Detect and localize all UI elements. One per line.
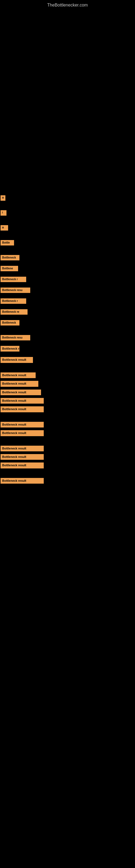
list-item: Bottleneck [0,320,135,326]
list-item: Bottleneck result [0,454,135,460]
bottleneck-bar: Bottleneck result [1,390,41,395]
bottleneck-bar: Bottleneck [1,255,19,260]
bottleneck-bar: Bottlene [1,266,18,271]
bottleneck-bar: Bottleneck result [1,381,38,386]
list-item: l [0,210,135,216]
list-item: Bottleneck result [0,463,135,468]
bottleneck-bar: Bottleneck result [1,454,44,460]
bottleneck-bar: Bottleneck result [1,446,44,452]
chart-area [0,10,135,200]
list-item: Bottlene [0,266,135,271]
bottleneck-bar: Bottleneck r [1,299,26,304]
bottleneck-bar: B [1,225,8,230]
list-item: Bottleneck r [0,299,135,304]
bottleneck-bar: l [1,210,6,216]
list-item: Bottleneck result [0,430,135,436]
list-item: Bottleneck resu [0,335,135,340]
bottleneck-bar: Bottleneck result [1,478,44,484]
list-item: Bottleneck result [0,478,135,484]
list-item: Bottleneck result [0,446,135,452]
bottleneck-bar: Bottleneck result [1,463,44,468]
list-item: Bottleneck result [0,381,135,386]
bottleneck-bar: Bottleneck r [1,277,26,282]
list-item: Bottleneck resu [0,287,135,293]
bottleneck-bar: Bottleneck resu [1,335,30,340]
bottleneck-bar: Bottleneck result [1,357,33,363]
list-item: Bottleneck r [0,277,135,282]
bottleneck-bar: Bottleneck result [1,372,36,378]
bottleneck-bar: Bottleneck resu [1,287,30,293]
bottleneck-bar: Bottleneck result [1,406,44,412]
list-item: B [0,225,135,230]
list-item: Bottleneck result [0,422,135,428]
bottleneck-bar: Bottleneck [1,320,19,326]
list-item: Bottleneck [0,255,135,260]
bottleneck-bar: B [1,195,5,201]
site-title: TheBottlenecker.com [0,0,135,10]
list-item: Bottleneck result [0,406,135,412]
list-item: Bottleneck result [0,390,135,395]
bottleneck-bar: Bottle [1,240,14,246]
bottleneck-bar: Bottleneck re [1,309,28,315]
list-item: Bottleneck result [0,398,135,404]
list-item: Bottleneck re [0,309,135,315]
list-item: B [0,195,135,201]
bottleneck-bar: Bottleneck re [1,346,19,351]
list-item: Bottleneck re [0,346,135,351]
bottleneck-bar: Bottleneck result [1,430,44,436]
list-item: Bottleneck result [0,357,135,363]
bottleneck-bar: Bottleneck result [1,398,44,404]
bottleneck-bar: Bottleneck result [1,422,44,428]
list-item: Bottle [0,240,135,246]
list-item: Bottleneck result [0,372,135,378]
bottleneck-items-container: BlBBottleBottleneckBottleneBottleneck rB… [0,195,135,486]
